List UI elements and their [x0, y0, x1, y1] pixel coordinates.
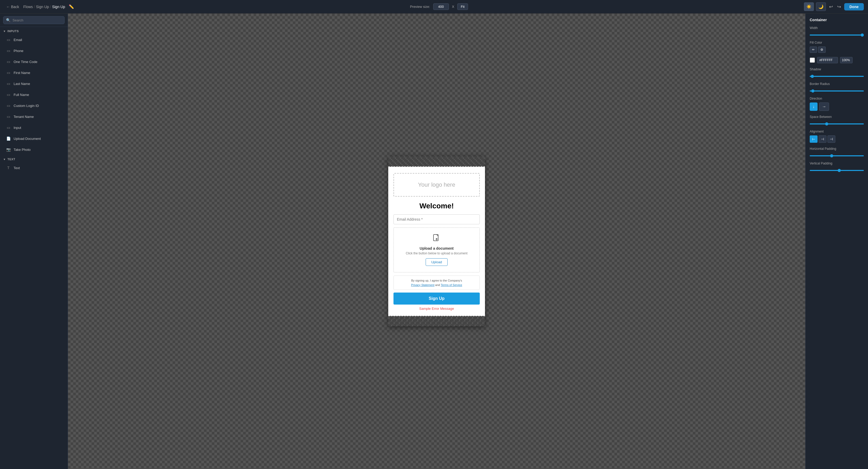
space-between-label: Space Between — [810, 115, 864, 119]
edit-icon[interactable]: ✏️ — [69, 4, 74, 9]
breadcrumb: Flows / Sign Up / Sign Up — [23, 5, 65, 9]
fit-button[interactable]: Fit — [457, 3, 468, 10]
breadcrumb-signup2: Sign Up — [52, 5, 65, 9]
direction-label: Direction — [810, 97, 864, 100]
redo-button[interactable]: ↪ — [836, 3, 842, 11]
sidebar-item-input-label: Input — [13, 126, 21, 130]
width-slider[interactable] — [810, 34, 864, 36]
direction-right-button[interactable]: → — [819, 102, 829, 111]
fill-color-pencil-button[interactable]: ✏ — [810, 46, 817, 53]
privacy-statement-link[interactable]: Privacy Statement — [411, 283, 434, 286]
sidebar-item-full-name[interactable]: ▭ Full Name — [2, 89, 66, 100]
sidebar-item-upload-document[interactable]: 📄 Upload Document — [2, 133, 66, 144]
upload-title: Upload a document — [398, 246, 475, 250]
undo-button[interactable]: ↩ — [828, 3, 834, 11]
dark-mode-button[interactable]: 🌙 — [816, 2, 826, 11]
align-center-button[interactable]: ⊣ — [818, 135, 827, 143]
sidebar-item-one-time-code[interactable]: ▭ One Time Code — [2, 57, 66, 67]
width-label: Width — [810, 26, 864, 30]
upload-section[interactable]: Upload a document Click the button below… — [394, 227, 480, 273]
direction-control: Direction ↓ → — [810, 97, 864, 111]
alignment-control: Alignment ⊢ ⊣ ⊣ — [810, 130, 864, 143]
fill-color-swatch[interactable] — [810, 58, 815, 63]
done-button[interactable]: Done — [844, 3, 864, 10]
light-mode-button[interactable]: ☀️ — [804, 2, 814, 11]
sidebar-item-tenant-name[interactable]: ▭ Tenant Name — [2, 112, 66, 122]
fill-color-opacity-input[interactable] — [840, 57, 852, 63]
canvas-area[interactable]: Your logo here Welcome! Upload a — [68, 13, 805, 469]
topbar: ← Back Flows / Sign Up / Sign Up ✏️ Prev… — [0, 0, 868, 13]
alignment-label: Alignment — [810, 130, 864, 133]
fill-color-control: Fill Color ✏ ⚙ — [810, 41, 864, 63]
align-right-button[interactable]: ⊣ — [828, 135, 835, 143]
shadow-control: Shadow — [810, 67, 864, 78]
shadow-slider[interactable] — [810, 76, 864, 77]
sidebar-item-full-name-label: Full Name — [13, 93, 29, 97]
sidebar-item-custom-login-id[interactable]: ▭ Custom Login ID — [2, 100, 66, 111]
sidebar-item-text[interactable]: T Text — [2, 163, 66, 173]
breadcrumb-signup1[interactable]: Sign Up — [36, 5, 49, 9]
sidebar-item-last-name[interactable]: ▭ Last Name — [2, 79, 66, 89]
back-button[interactable]: ← Back — [4, 4, 21, 10]
logo-placeholder: Your logo here — [394, 173, 480, 196]
first-name-icon: ▭ — [6, 70, 11, 75]
search-input[interactable] — [12, 18, 62, 22]
search-icon: 🔍 — [6, 18, 10, 22]
one-time-code-icon: ▭ — [6, 59, 11, 64]
tenant-name-icon: ▭ — [6, 114, 11, 119]
sidebar-item-phone[interactable]: ▭ Phone — [2, 45, 66, 56]
breadcrumb-flows[interactable]: Flows — [23, 5, 33, 9]
sidebar-item-text-label: Text — [13, 166, 20, 170]
inputs-section-header[interactable]: ▼ INPUTS — [0, 27, 68, 34]
width-control: Width — [810, 26, 864, 37]
email-address-field[interactable] — [394, 214, 480, 224]
text-section-header[interactable]: ▼ TEXT — [0, 155, 68, 162]
phone-content: Your logo here Welcome! Upload a — [388, 167, 485, 316]
error-message: Sample Error Message — [394, 307, 480, 311]
phone-top-bar — [388, 156, 485, 167]
shadow-label: Shadow — [810, 67, 864, 71]
space-between-slider[interactable] — [810, 123, 864, 124]
space-between-control: Space Between — [810, 115, 864, 125]
sidebar-item-one-time-code-label: One Time Code — [13, 60, 37, 64]
h-padding-control: Horizontal Padding — [810, 147, 864, 157]
email-icon: ▭ — [6, 37, 11, 42]
fill-color-sliders-button[interactable]: ⚙ — [818, 46, 826, 53]
upload-button[interactable]: Upload — [426, 258, 447, 266]
left-sidebar: 🔍 ▼ INPUTS ▭ Email ▭ Phone ▭ One Time Co… — [0, 13, 68, 469]
sidebar-item-phone-label: Phone — [13, 49, 24, 53]
form-container[interactable]: Your logo here Welcome! Upload a — [388, 167, 485, 316]
sidebar-item-input[interactable]: ▭ Input — [2, 122, 66, 133]
upload-document-icon: 📄 — [6, 136, 11, 141]
fill-color-label: Fill Color — [810, 41, 864, 44]
preview-size-input[interactable] — [433, 3, 449, 10]
text-icon: T — [6, 165, 11, 170]
input-icon: ▭ — [6, 125, 11, 130]
h-padding-slider[interactable] — [810, 155, 864, 156]
custom-login-id-icon: ▭ — [6, 103, 11, 108]
signup-button[interactable]: Sign Up — [394, 292, 480, 305]
preview-label: Preview size: — [410, 5, 430, 9]
v-padding-slider[interactable] — [810, 170, 864, 171]
align-left-button[interactable]: ⊢ — [810, 135, 817, 143]
full-name-icon: ▭ — [6, 92, 11, 97]
panel-title: Container — [810, 18, 864, 22]
v-padding-control: Vertical Padding — [810, 162, 864, 172]
text-chevron-icon: ▼ — [3, 158, 6, 161]
sidebar-item-take-photo[interactable]: 📷 Take Photo — [2, 144, 66, 155]
border-radius-label: Border Radius — [810, 82, 864, 86]
search-container: 🔍 — [0, 13, 68, 27]
sidebar-item-first-name-label: First Name — [13, 71, 30, 75]
inputs-chevron-icon: ▼ — [3, 30, 6, 33]
last-name-icon: ▭ — [6, 81, 11, 86]
phone-icon: ▭ — [6, 48, 11, 53]
terms-of-service-link[interactable]: Terms of Service — [441, 283, 462, 286]
sidebar-item-email[interactable]: ▭ Email — [2, 34, 66, 45]
border-radius-slider[interactable] — [810, 90, 864, 92]
border-radius-control: Border Radius — [810, 82, 864, 93]
fill-color-hex-input[interactable] — [817, 57, 838, 63]
sidebar-item-first-name[interactable]: ▭ First Name — [2, 67, 66, 78]
direction-down-button[interactable]: ↓ — [810, 102, 817, 111]
right-sidebar: Container Width Fill Color ✏ ⚙ Shadow — [805, 13, 868, 469]
terms-and: and — [435, 283, 441, 286]
